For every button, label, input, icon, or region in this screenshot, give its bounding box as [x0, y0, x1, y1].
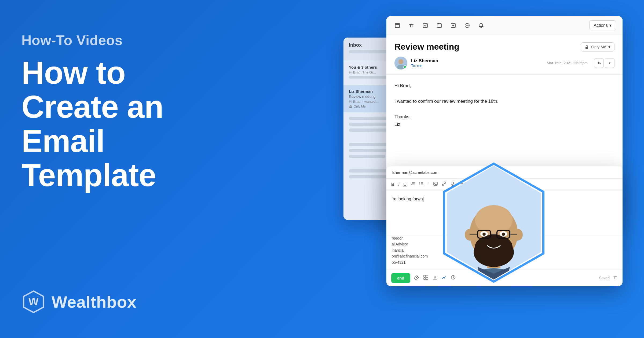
reply-buttons: ▾: [594, 58, 614, 68]
dots-icon[interactable]: [463, 21, 472, 30]
svg-rect-23: [426, 275, 428, 277]
svg-point-9: [466, 25, 467, 26]
text-cursor: [423, 197, 423, 202]
underline-footer-icon[interactable]: [432, 275, 438, 281]
email-body: Hi Brad, I wanted to confirm our review …: [386, 75, 623, 136]
wealthbox-name: Wealthbox: [52, 292, 137, 311]
actions-button[interactable]: Actions ▾: [589, 20, 616, 30]
right-panels: Inbox You & 3 others Hi Brad, The Gr... …: [343, 16, 628, 322]
subject-row: Review meeting Only Me ▾: [394, 42, 614, 52]
lock-icon: [349, 105, 352, 108]
svg-rect-2: [349, 106, 352, 108]
sender-row: Liz Sherman To: me Mar 15th, 2021 12:35p…: [394, 57, 614, 69]
svg-rect-24: [424, 278, 426, 280]
check-icon[interactable]: [421, 21, 430, 30]
send-button[interactable]: end: [391, 273, 410, 283]
archive-icon[interactable]: [393, 21, 402, 30]
svg-point-10: [467, 25, 468, 26]
svg-text:W: W: [28, 296, 39, 307]
svg-rect-25: [426, 278, 428, 280]
underline-button[interactable]: U: [403, 182, 407, 187]
sender-name: Liz Sherman: [411, 58, 438, 64]
svg-point-16: [419, 182, 420, 183]
instructor-photo: [437, 161, 550, 284]
forward-icon[interactable]: [449, 21, 458, 30]
svg-point-47: [502, 233, 505, 236]
email-timestamp: Mar 15th, 2021 12:35pm: [547, 61, 588, 65]
quote-button[interactable]: ": [427, 181, 429, 188]
svg-point-20: [434, 183, 435, 184]
email-toolbar: Actions ▾: [386, 16, 623, 35]
template-icon[interactable]: [423, 275, 429, 281]
reply-dropdown-button[interactable]: ▾: [605, 58, 614, 68]
italic-button[interactable]: I: [398, 182, 400, 187]
sender-info: Liz Sherman To: me: [394, 57, 438, 69]
how-to-label: How-To Videos: [21, 32, 231, 48]
unordered-list-button[interactable]: [419, 181, 424, 188]
bell-icon[interactable]: [477, 21, 486, 30]
svg-point-38: [483, 235, 504, 245]
ordered-list-button[interactable]: [410, 181, 415, 188]
left-content-area: How-To Videos How to Create an Email Tem…: [21, 32, 231, 193]
svg-point-14: [398, 59, 403, 64]
lock-small-icon: [585, 45, 589, 49]
sender-to: To: me: [411, 64, 438, 68]
svg-rect-12: [586, 47, 588, 49]
trash-compose-icon[interactable]: [613, 275, 618, 281]
wealthbox-icon: W: [21, 290, 46, 314]
svg-rect-22: [424, 275, 426, 277]
svg-point-46: [482, 233, 486, 236]
toolbar-icons: [393, 21, 486, 30]
attachment-icon[interactable]: [414, 275, 419, 281]
bold-button[interactable]: B: [391, 182, 394, 187]
sender-avatar: [394, 57, 407, 69]
email-header: Review meeting Only Me ▾: [386, 35, 623, 75]
svg-point-18: [419, 185, 420, 185]
svg-rect-5: [423, 23, 427, 28]
trash-icon[interactable]: [407, 21, 416, 30]
svg-point-11: [468, 25, 469, 26]
only-me-button[interactable]: Only Me ▾: [581, 42, 614, 52]
svg-point-35: [513, 229, 523, 241]
svg-point-17: [419, 183, 420, 184]
svg-rect-6: [437, 24, 441, 28]
main-title: How to Create an Email Template: [21, 56, 231, 193]
calendar-icon[interactable]: [435, 21, 444, 30]
online-indicator: [403, 65, 407, 69]
wealthbox-logo: W Wealthbox: [21, 290, 137, 314]
svg-point-34: [465, 229, 474, 241]
reply-button[interactable]: [594, 58, 604, 68]
email-subject: Review meeting: [394, 42, 459, 52]
